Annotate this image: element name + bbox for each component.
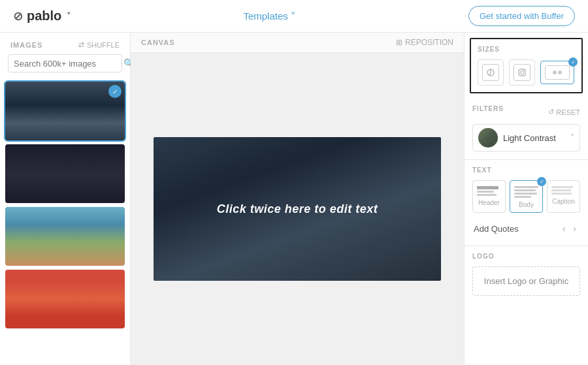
sidebar-header: IMAGES ⇄ SHUFFLE bbox=[0, 33, 130, 54]
shuffle-label: SHUFFLE bbox=[87, 41, 120, 49]
list-item[interactable] bbox=[5, 207, 125, 266]
images-label: IMAGES bbox=[10, 41, 42, 49]
canvas-toolbar: CANVAS ⊞ REPOSITION bbox=[131, 33, 464, 53]
filters-title: FILTERS bbox=[472, 105, 504, 112]
svg-point-5 bbox=[524, 70, 525, 71]
text-header-option[interactable]: Header bbox=[472, 180, 506, 213]
header: ⊘ pablo ˅ Templates ˅ Get started with B… bbox=[0, 0, 588, 33]
quotes-prev-button[interactable]: ‹ bbox=[560, 222, 568, 235]
filters-panel: FILTERS ↺ RESET Light Contrast ˅ bbox=[465, 99, 588, 160]
size-twitter-button[interactable]: ✓ bbox=[540, 61, 574, 84]
image-grid: ✓ bbox=[0, 79, 130, 365]
templates-chevron-icon: ˅ bbox=[291, 10, 296, 22]
size-pinterest-button[interactable] bbox=[478, 59, 504, 86]
list-item[interactable] bbox=[5, 270, 125, 328]
logo-panel: LOGO Insert Logo or Graphic bbox=[465, 246, 588, 304]
logo-text: pablo bbox=[27, 8, 61, 24]
list-item[interactable] bbox=[5, 144, 125, 203]
size-selected-check-icon: ✓ bbox=[568, 57, 578, 67]
text-caption-bars bbox=[550, 185, 577, 196]
logo-chevron-icon: ˅ bbox=[67, 12, 71, 21]
templates-label: Templates bbox=[243, 10, 287, 22]
images-sidebar: IMAGES ⇄ SHUFFLE 🔍 ✓ bbox=[0, 33, 131, 365]
canvas-wrapper: Click twice here to edit text bbox=[131, 53, 464, 365]
reposition-icon: ⊞ bbox=[396, 38, 402, 47]
sizes-grid: ✓ bbox=[478, 59, 575, 86]
get-started-button[interactable]: Get started with Buffer bbox=[468, 6, 575, 26]
text-body-label: Body bbox=[519, 201, 534, 208]
text-options: Header ✓ Body bbox=[472, 180, 580, 213]
filter-chevron-icon: ˅ bbox=[570, 133, 574, 142]
canvas-edit-text[interactable]: Click twice here to edit text bbox=[217, 202, 378, 216]
filters-header: FILTERS ↺ RESET bbox=[472, 105, 580, 119]
text-body-bars bbox=[513, 185, 540, 199]
text-header-bars bbox=[476, 185, 502, 197]
text-body-option[interactable]: ✓ Body bbox=[510, 180, 543, 213]
reset-label: RESET bbox=[556, 108, 580, 116]
search-bar[interactable]: 🔍 bbox=[8, 54, 122, 72]
sizes-panel: SIZES ✓ bbox=[470, 38, 583, 93]
sizes-title: SIZES bbox=[478, 46, 575, 53]
text-title: TEXT bbox=[472, 167, 580, 174]
logo-title: LOGO bbox=[472, 253, 580, 260]
filter-dropdown[interactable]: Light Contrast ˅ bbox=[472, 124, 580, 151]
text-selected-check-icon: ✓ bbox=[537, 177, 546, 186]
reposition-label: REPOSITION bbox=[405, 38, 453, 47]
svg-point-4 bbox=[521, 71, 524, 74]
instagram-icon bbox=[514, 64, 531, 81]
reset-icon: ↺ bbox=[548, 108, 554, 116]
pinterest-icon bbox=[482, 64, 499, 81]
quotes-label: Add Quotes bbox=[474, 224, 519, 234]
text-panel: TEXT Header ✓ bbox=[465, 160, 588, 246]
canvas-label: CANVAS bbox=[141, 39, 175, 46]
twitter-facebook-icon bbox=[545, 65, 570, 80]
size-instagram-button[interactable] bbox=[509, 59, 535, 86]
search-input[interactable] bbox=[14, 59, 123, 69]
canvas[interactable]: Click twice here to edit text bbox=[154, 137, 441, 281]
text-caption-label: Caption bbox=[552, 198, 574, 205]
filter-thumbnail bbox=[478, 128, 498, 148]
filter-selected-label: Light Contrast bbox=[503, 133, 568, 143]
logo-area[interactable]: ⊘ pablo ˅ bbox=[13, 8, 71, 24]
logo-icon: ⊘ bbox=[13, 9, 23, 24]
quotes-next-button[interactable]: › bbox=[570, 222, 579, 235]
list-item[interactable]: ✓ bbox=[5, 82, 125, 140]
canvas-area: CANVAS ⊞ REPOSITION Click twice here to … bbox=[131, 33, 464, 365]
text-caption-option[interactable]: Caption bbox=[547, 180, 580, 213]
insert-logo-button[interactable]: Insert Logo or Graphic bbox=[472, 266, 580, 296]
svg-line-2 bbox=[489, 73, 491, 75]
quotes-row: Add Quotes ‹ › bbox=[472, 219, 580, 238]
text-header-label: Header bbox=[478, 199, 500, 206]
quotes-nav: ‹ › bbox=[560, 222, 579, 235]
shuffle-button[interactable]: ⇄ SHUFFLE bbox=[78, 40, 120, 49]
templates-menu[interactable]: Templates ˅ bbox=[243, 10, 295, 22]
selected-check-icon: ✓ bbox=[108, 85, 122, 98]
reposition-button[interactable]: ⊞ REPOSITION bbox=[396, 38, 453, 47]
main-layout: IMAGES ⇄ SHUFFLE 🔍 ✓ bbox=[0, 33, 588, 365]
right-sidebar: SIZES ✓ bbox=[464, 33, 588, 365]
reset-button[interactable]: ↺ RESET bbox=[548, 108, 580, 116]
shuffle-icon: ⇄ bbox=[78, 40, 84, 49]
